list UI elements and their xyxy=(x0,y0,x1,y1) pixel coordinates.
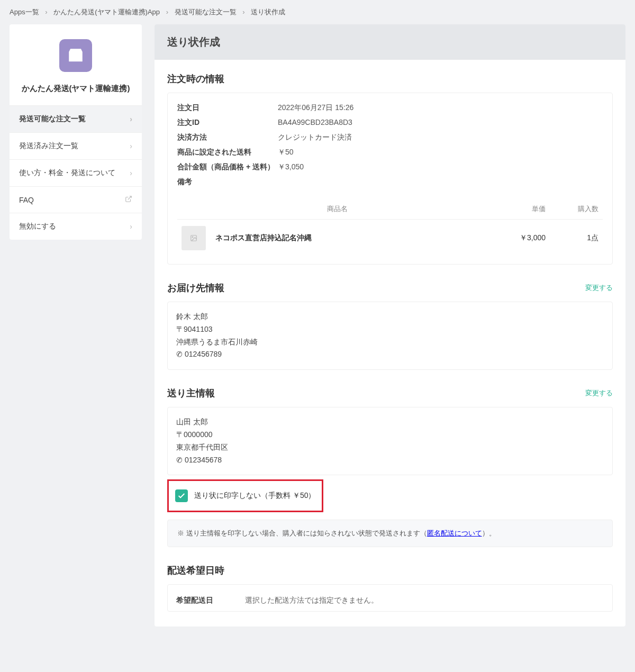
sidebar-item-label: FAQ xyxy=(19,196,34,204)
anonymous-note: ※ 送り主情報を印字しない場合、購入者には知らされない状態で発送されます（匿名配… xyxy=(167,520,613,547)
sidebar-item-label: 発送済み注文一覧 xyxy=(19,141,78,151)
chevron-right-icon: › xyxy=(45,8,47,16)
chevron-right-icon: › xyxy=(130,115,132,123)
label: 合計金額（商品価格 + 送料） xyxy=(177,162,278,172)
sender-address: 山田 太郎 〒0000000 東京都千代田区 ✆012345678 xyxy=(167,407,613,475)
delivery-section: お届け先情報 変更する 鈴木 太郎 〒9041103 沖縄県うるま市石川赤崎 ✆… xyxy=(155,269,625,374)
postal-code: 〒0000000 xyxy=(176,429,604,441)
product-table-header: 商品名 単価 購入数 xyxy=(177,199,603,219)
breadcrumb-item[interactable]: 発送可能な注文一覧 xyxy=(175,8,237,16)
breadcrumb-item[interactable]: かんたん発送(ヤマト運輸連携)App xyxy=(53,8,160,16)
delivery-title: お届け先情報 xyxy=(167,281,224,294)
sender-section: 送り主情報 変更する 山田 太郎 〒0000000 東京都千代田区 ✆01234… xyxy=(155,374,625,551)
value: BA4A99CBD23BA8D3 xyxy=(278,118,352,128)
label: 商品に設定された送料 xyxy=(177,148,278,157)
app-logo xyxy=(10,24,142,78)
box-icon xyxy=(59,39,92,72)
chevron-right-icon: › xyxy=(242,8,244,16)
sidebar-item-label: 無効にする xyxy=(19,222,56,231)
sender-name: 山田 太郎 xyxy=(176,416,604,429)
sidebar-item-label: 発送可能な注文一覧 xyxy=(19,114,86,124)
product-qty: 1点 xyxy=(546,233,598,243)
sidebar: かんたん発送(ヤマト運輸連携) 発送可能な注文一覧 › 発送済み注文一覧 › 使… xyxy=(10,24,142,240)
anonymous-shipping-checkbox-row[interactable]: 送り状に印字しない（手数料 ￥50） xyxy=(173,484,318,507)
checkbox-checked-icon[interactable] xyxy=(175,489,188,502)
breadcrumb-current: 送り状作成 xyxy=(251,8,285,16)
value: クレジットカード決済 xyxy=(278,133,352,142)
delivery-date-title: 配送希望日時 xyxy=(167,564,224,577)
sidebar-item-shippable-orders[interactable]: 発送可能な注文一覧 › xyxy=(10,105,142,132)
value: 2022年06月27日 15:26 xyxy=(278,103,353,113)
breadcrumb: Apps一覧 › かんたん発送(ヤマト運輸連携)App › 発送可能な注文一覧 … xyxy=(0,0,635,24)
label: 注文ID xyxy=(177,118,278,128)
delivery-address: 鈴木 太郎 〒9041103 沖縄県うるま市石川赤崎 ✆012456789 xyxy=(167,302,613,370)
product-price: ￥3,000 xyxy=(493,233,546,243)
change-delivery-link[interactable]: 変更する xyxy=(585,283,613,293)
col-qty: 購入数 xyxy=(546,204,598,214)
chevron-right-icon: › xyxy=(166,8,168,16)
order-info-title: 注文時の情報 xyxy=(167,72,224,85)
sidebar-item-faq[interactable]: FAQ xyxy=(10,186,142,213)
chevron-right-icon: › xyxy=(130,222,132,231)
product-name: ネコポス直営店持込記名沖縄 xyxy=(215,233,493,243)
breadcrumb-item[interactable]: Apps一覧 xyxy=(10,8,39,16)
address-line: 沖縄県うるま市石川赤崎 xyxy=(176,336,604,349)
checkbox-label: 送り状に印字しない（手数料 ￥50） xyxy=(194,491,315,501)
change-sender-link[interactable]: 変更する xyxy=(585,388,613,398)
anonymous-shipping-link[interactable]: 匿名配送について xyxy=(427,529,482,537)
main-content: 送り状作成 注文時の情報 注文日2022年06月27日 15:26 注文IDBA… xyxy=(155,24,625,626)
delivery-date-box: 希望配送日 選択した配送方法では指定できません。 xyxy=(167,584,613,612)
delivery-date-section: 配送希望日時 希望配送日 選択した配送方法では指定できません。 xyxy=(155,551,625,616)
sidebar-item-usage[interactable]: 使い方・料金・発送について › xyxy=(10,159,142,186)
chevron-right-icon: › xyxy=(130,169,132,177)
phone-icon: ✆ xyxy=(175,453,184,467)
phone-number: 012456789 xyxy=(185,350,222,358)
sidebar-item-label: 使い方・料金・発送について xyxy=(19,168,115,178)
chevron-right-icon: › xyxy=(130,142,132,150)
highlight-annotation: 送り状に印字しない（手数料 ￥50） xyxy=(167,479,323,512)
order-info-table: 注文日2022年06月27日 15:26 注文IDBA4A99CBD23BA8D… xyxy=(167,93,613,265)
label: 決済方法 xyxy=(177,133,278,142)
phone-icon: ✆ xyxy=(175,348,184,361)
external-link-icon xyxy=(125,195,132,204)
image-placeholder-icon xyxy=(182,226,206,250)
note-end: ）。 xyxy=(482,529,496,537)
address-line: 東京都千代田区 xyxy=(176,441,604,454)
value: ￥3,050 xyxy=(278,162,304,172)
col-price: 単価 xyxy=(493,204,546,214)
value: 選択した配送方法では指定できません。 xyxy=(245,594,378,607)
sender-title: 送り主情報 xyxy=(167,387,215,399)
order-info-section: 注文時の情報 注文日2022年06月27日 15:26 注文IDBA4A99CB… xyxy=(155,60,625,269)
postal-code: 〒9041103 xyxy=(176,323,604,336)
label: 注文日 xyxy=(177,103,278,113)
svg-point-1 xyxy=(192,237,193,238)
app-title: かんたん発送(ヤマト運輸連携) xyxy=(10,78,142,105)
sidebar-item-disable[interactable]: 無効にする › xyxy=(10,213,142,240)
value: ￥50 xyxy=(278,148,294,157)
sidebar-item-shipped-orders[interactable]: 発送済み注文一覧 › xyxy=(10,132,142,159)
recipient-name: 鈴木 太郎 xyxy=(176,311,604,323)
page-title: 送り状作成 xyxy=(155,24,625,60)
phone-number: 012345678 xyxy=(185,456,222,464)
label: 備考 xyxy=(177,177,278,187)
note-text: ※ 送り主情報を印字しない場合、購入者には知らされない状態で発送されます（ xyxy=(177,529,427,537)
col-name: 商品名 xyxy=(182,204,493,214)
product-row: ネコポス直営店持込記名沖縄 ￥3,000 1点 xyxy=(177,219,603,257)
label: 希望配送日 xyxy=(176,594,245,607)
